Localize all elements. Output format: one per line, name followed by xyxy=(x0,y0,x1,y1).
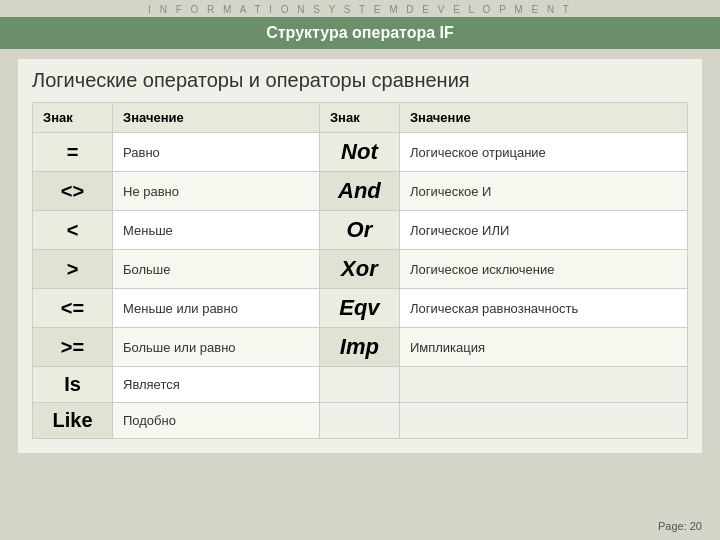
header-znachenie1: Значение xyxy=(113,103,320,133)
table-row: <= xyxy=(33,289,113,328)
table-row: Подобно xyxy=(113,403,320,439)
table-row: >= xyxy=(33,328,113,367)
table-row: Imp xyxy=(319,328,399,367)
page-number: Page: 20 xyxy=(658,520,702,532)
operators-table: Знак Значение Знак Значение =РавноNotЛог… xyxy=(32,102,688,439)
table-row: And xyxy=(319,172,399,211)
table-row: Импликация xyxy=(399,328,687,367)
table-row: Логическая равнозначность xyxy=(399,289,687,328)
top-bar: I N F O R M A T I O N S Y S T E M D E V … xyxy=(0,0,720,17)
table-row: Равно xyxy=(113,133,320,172)
header-znachenie2: Значение xyxy=(399,103,687,133)
table-row: = xyxy=(33,133,113,172)
header-znak1: Знак xyxy=(33,103,113,133)
table-row xyxy=(319,367,399,403)
table-row: Меньше или равно xyxy=(113,289,320,328)
table-row: Логическое исключение xyxy=(399,250,687,289)
table-row: > xyxy=(33,250,113,289)
table-row: Not xyxy=(319,133,399,172)
table-row xyxy=(319,403,399,439)
table-row: <> xyxy=(33,172,113,211)
table-row: Eqv xyxy=(319,289,399,328)
table-row xyxy=(399,367,687,403)
title-bar: Структура оператора IF xyxy=(0,17,720,49)
table-row: Меньше xyxy=(113,211,320,250)
top-bar-text: I N F O R M A T I O N S Y S T E M D E V … xyxy=(148,4,572,15)
title-bar-text: Структура оператора IF xyxy=(266,24,454,41)
table-row xyxy=(399,403,687,439)
table-row: Логическое отрицание xyxy=(399,133,687,172)
table-row: Or xyxy=(319,211,399,250)
table-row: Like xyxy=(33,403,113,439)
table-row: Больше или равно xyxy=(113,328,320,367)
table-row: Xor xyxy=(319,250,399,289)
table-row: Является xyxy=(113,367,320,403)
page-title: Логические операторы и операторы сравнен… xyxy=(32,69,688,92)
table-row: Не равно xyxy=(113,172,320,211)
table-row: Логическое ИЛИ xyxy=(399,211,687,250)
table-row: < xyxy=(33,211,113,250)
table-row: Больше xyxy=(113,250,320,289)
main-content: Логические операторы и операторы сравнен… xyxy=(18,59,702,453)
table-row: Is xyxy=(33,367,113,403)
table-row: Логическое И xyxy=(399,172,687,211)
header-znak2: Знак xyxy=(319,103,399,133)
